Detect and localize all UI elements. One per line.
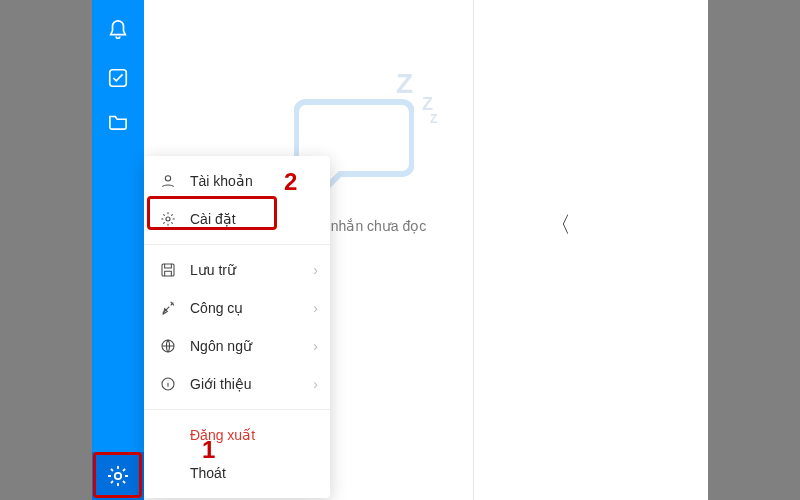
- settings-popup-menu: Tài khoản Cài đặt Lưu trữ › Công: [144, 156, 330, 498]
- content-panel: 〈: [474, 0, 708, 500]
- menu-item-label: Tài khoản: [190, 173, 253, 189]
- notifications-icon[interactable]: [92, 6, 144, 54]
- svg-point-1: [115, 473, 121, 479]
- menu-item-label: Thoát: [190, 465, 226, 481]
- menu-item-storage[interactable]: Lưu trữ ›: [144, 251, 330, 289]
- chevron-right-icon: ›: [313, 338, 318, 354]
- menu-item-about[interactable]: Giới thiệu ›: [144, 365, 330, 403]
- menu-item-account[interactable]: Tài khoản: [144, 162, 330, 200]
- menu-separator: [144, 409, 330, 410]
- info-icon: [158, 376, 178, 392]
- menu-item-logout[interactable]: Đăng xuất: [144, 416, 330, 454]
- svg-point-3: [166, 217, 170, 221]
- svg-point-2: [165, 176, 170, 181]
- menu-item-label: Công cụ: [190, 300, 243, 316]
- sidebar: [92, 0, 144, 500]
- todo-icon[interactable]: [92, 54, 144, 102]
- menu-item-language[interactable]: Ngôn ngữ ›: [144, 327, 330, 365]
- user-icon: [158, 173, 178, 189]
- tools-icon: [158, 300, 178, 316]
- menu-item-quit[interactable]: Thoát: [144, 454, 330, 492]
- chevron-right-icon: ›: [313, 262, 318, 278]
- menu-item-tools[interactable]: Công cụ ›: [144, 289, 330, 327]
- stage: 〈 ZZZ ng có tin nhắn chưa đọc Tài khoản: [0, 0, 800, 500]
- menu-separator: [144, 244, 330, 245]
- svg-rect-4: [162, 264, 174, 276]
- chevron-right-icon: ›: [313, 376, 318, 392]
- menu-item-settings[interactable]: Cài đặt: [144, 200, 330, 238]
- app-window: 〈 ZZZ ng có tin nhắn chưa đọc Tài khoản: [92, 0, 708, 500]
- chevron-left-icon[interactable]: 〈: [549, 210, 571, 240]
- chevron-right-icon: ›: [313, 300, 318, 316]
- menu-item-label: Ngôn ngữ: [190, 338, 252, 354]
- menu-item-label: Đăng xuất: [190, 427, 255, 443]
- settings-gear-icon[interactable]: [92, 452, 144, 500]
- gear-icon: [158, 211, 178, 227]
- menu-item-label: Lưu trữ: [190, 262, 236, 278]
- save-icon: [158, 262, 178, 278]
- globe-icon: [158, 338, 178, 354]
- menu-item-label: Giới thiệu: [190, 376, 252, 392]
- menu-item-label: Cài đặt: [190, 211, 236, 227]
- folder-icon[interactable]: [92, 102, 144, 140]
